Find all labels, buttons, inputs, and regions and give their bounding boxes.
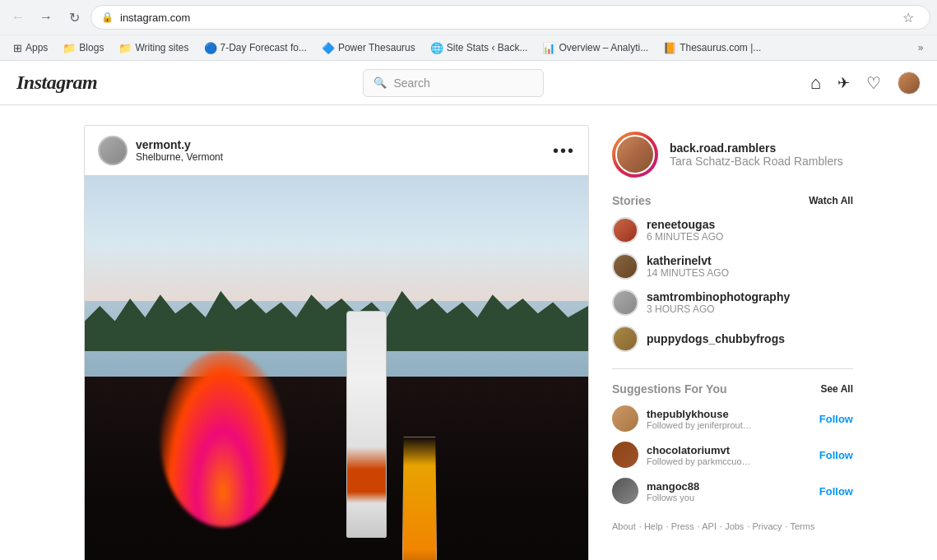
follow-button-3[interactable]: Follow (819, 485, 853, 498)
suggestions-title: Suggestions For You (612, 382, 727, 396)
lock-icon: 🔒 (101, 12, 114, 23)
suggestion-username-2[interactable]: chocolatoriumvt (647, 444, 811, 456)
story-username-3: samtrombinophotography (647, 290, 790, 303)
footer-privacy[interactable]: Privacy (753, 521, 782, 531)
story-item-1[interactable]: reneetougas 6 MINUTES AGO (612, 217, 853, 243)
ig-post: vermont.y Shelburne, Vermont ••• (84, 125, 589, 560)
see-all-button[interactable]: See All (820, 383, 853, 395)
folder-icon-2: 📁 (118, 42, 132, 54)
bookmark-writing-sites-label: Writing sites (135, 42, 188, 53)
footer-about[interactable]: About (612, 521, 636, 531)
footer-terms[interactable]: Terms (790, 521, 814, 531)
bookmark-analytics[interactable]: 📊 Overview – Analyti... (536, 39, 655, 57)
story-username-4: puppydogs_chubbyfrogs (647, 332, 785, 345)
story-avatar-1 (612, 217, 638, 243)
sidebar-profile: back.road.ramblers Tara Schatz-Back Road… (612, 132, 853, 178)
bookmark-power-thesaurus[interactable]: 🔷 Power Thesaurus (315, 39, 422, 57)
sidebar-username[interactable]: back.road.ramblers (670, 141, 843, 155)
search-icon: 🔍 (373, 76, 387, 89)
bookmark-blogs-label: Blogs (79, 42, 104, 53)
bookmark-apps[interactable]: ⊞ Apps (7, 39, 54, 57)
suggestions-section: Suggestions For You See All thepublykhou… (612, 382, 853, 504)
profile-icon[interactable] (898, 72, 921, 95)
story-avatar-4 (612, 326, 638, 352)
suggestion-avatar-1 (612, 405, 638, 432)
story-time-2: 14 MINUTES AGO (647, 267, 729, 279)
post-image-scene (85, 175, 588, 560)
forward-button[interactable]: → (35, 6, 58, 29)
post-user-details: vermont.y Shelburne, Vermont (136, 138, 223, 163)
stories-section: Stories Watch All reneetougas 6 MINUTES … (612, 194, 853, 352)
sidebar-divider (612, 368, 853, 369)
story-time-3: 3 HOURS AGO (647, 303, 790, 315)
bookmarks-more-button[interactable]: » (911, 38, 930, 58)
home-icon[interactable]: ⌂ (810, 72, 821, 94)
bookmark-site-stats-label: Site Stats ‹ Back... (447, 42, 528, 53)
reload-button[interactable]: ↻ (63, 6, 86, 29)
address-bar[interactable]: 🔒 ☆ (90, 5, 930, 30)
bookmark-thesaurus-label: Thesaurus.com |... (680, 42, 761, 53)
footer-help[interactable]: Help (644, 521, 663, 531)
bookmark-analytics-label: Overview – Analyti... (559, 42, 648, 53)
suggestion-username-3[interactable]: mangoc88 (647, 480, 811, 493)
book-icon: 📙 (663, 42, 676, 54)
watch-all-button[interactable]: Watch All (809, 195, 853, 206)
weather-icon: 🔵 (204, 42, 217, 54)
chart-icon: 📊 (542, 42, 555, 54)
bookmark-7day[interactable]: 🔵 7-Day Forecast fo... (197, 39, 313, 57)
story-item-4[interactable]: puppydogs_chubbyfrogs (612, 326, 853, 352)
bookmark-power-thesaurus-label: Power Thesaurus (338, 42, 415, 53)
suggestion-info-1: thepublykhouse Followed by jeniferprouty… (647, 408, 811, 430)
ig-main: vermont.y Shelburne, Vermont ••• (67, 105, 870, 560)
bookmark-blogs[interactable]: 📁 Blogs (56, 39, 110, 57)
notifications-icon[interactable]: ♡ (866, 73, 881, 93)
suggestion-item-3: mangoc88 Follows you Follow (612, 478, 853, 504)
post-more-button[interactable]: ••• (553, 141, 575, 160)
footer-api[interactable]: API (702, 521, 717, 531)
search-bar[interactable]: 🔍 Search (363, 69, 544, 97)
footer-press[interactable]: Press (671, 521, 694, 531)
story-info-1: reneetougas 6 MINUTES AGO (647, 218, 723, 243)
sidebar-profile-name: Tara Schatz-Back Road Ramblers (670, 155, 843, 168)
sidebar-avatar-inner (615, 135, 655, 174)
post-image (85, 175, 588, 560)
back-button[interactable]: ← (7, 6, 30, 29)
suggestion-username-1[interactable]: thepublykhouse (647, 408, 811, 420)
sidebar-profile-info: back.road.ramblers Tara Schatz-Back Road… (670, 141, 843, 168)
story-avatar-2 (612, 253, 638, 280)
bookmark-thesaurus[interactable]: 📙 Thesaurus.com |... (656, 39, 768, 57)
scene-glass (402, 437, 438, 560)
suggestion-sub-3: Follows you (647, 493, 754, 502)
suggestion-sub-1: Followed by jeniferproutyh... (647, 420, 754, 430)
folder-icon: 📁 (63, 42, 76, 54)
follow-button-1[interactable]: Follow (819, 413, 853, 425)
scene-fire (160, 351, 286, 527)
search-placeholder: Search (393, 76, 429, 90)
address-input[interactable] (120, 12, 890, 24)
footer-jobs[interactable]: Jobs (725, 521, 744, 531)
follow-button-2[interactable]: Follow (819, 449, 853, 461)
suggestion-item-1: thepublykhouse Followed by jeniferprouty… (612, 405, 853, 432)
suggestion-avatar-3 (612, 478, 638, 504)
sidebar-avatar[interactable] (612, 132, 658, 178)
scene-ground (85, 377, 588, 560)
post-avatar[interactable] (98, 136, 128, 165)
scene-bottle (346, 311, 387, 537)
suggestion-item-2: chocolatoriumvt Followed by parkmccuoug.… (612, 442, 853, 468)
bookmark-7day-label: 7-Day Forecast fo... (220, 42, 307, 53)
story-info-4: puppydogs_chubbyfrogs (647, 332, 785, 345)
browser-chrome: ← → ↻ 🔒 ☆ ⊞ Apps 📁 Blogs 📁 Writing sites… (0, 0, 937, 61)
bookmark-writing-sites[interactable]: 📁 Writing sites (112, 39, 195, 57)
story-item-3[interactable]: samtrombinophotography 3 HOURS AGO (612, 289, 853, 316)
browser-toolbar: ← → ↻ 🔒 ☆ (0, 0, 937, 35)
bookmark-site-stats[interactable]: 🌐 Site Stats ‹ Back... (424, 39, 535, 57)
story-time-1: 6 MINUTES AGO (647, 231, 723, 243)
story-item-2[interactable]: katherinelvt 14 MINUTES AGO (612, 253, 853, 280)
explore-icon[interactable]: ✈ (837, 74, 850, 92)
bookmark-star-button[interactable]: ☆ (897, 6, 920, 29)
instagram-app: Instagram 🔍 Search ⌂ ✈ ♡ (0, 61, 937, 560)
story-info-3: samtrombinophotography 3 HOURS AGO (647, 290, 790, 315)
post-username[interactable]: vermont.y (136, 138, 223, 151)
suggestion-avatar-2 (612, 442, 638, 468)
bookmark-apps-label: Apps (26, 42, 48, 53)
